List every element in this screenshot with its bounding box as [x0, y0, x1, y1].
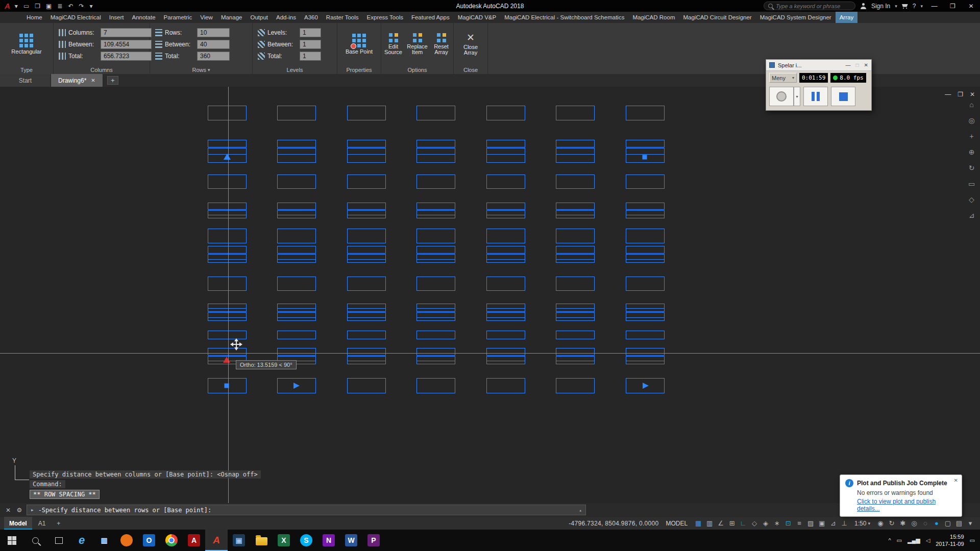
array-cell-r10c1[interactable] — [208, 277, 247, 291]
array-cell-r7c1[interactable] — [208, 229, 247, 243]
viewport-close-icon[interactable]: ✕ — [970, 91, 975, 98]
array-cell-r5c3[interactable] — [347, 203, 386, 210]
polar-tracking-icon[interactable]: ◇ — [749, 518, 760, 529]
array-cell-r15c7[interactable] — [626, 356, 665, 364]
array-cell-r8c3[interactable] — [347, 246, 386, 254]
base-point-button[interactable]: Base Point — [343, 32, 375, 56]
start-button[interactable] — [0, 530, 23, 551]
rows-total-input[interactable]: 360 — [197, 52, 230, 61]
array-cell-r4c5[interactable] — [486, 174, 525, 189]
command-prompt-icon[interactable]: ▸ — [31, 507, 34, 513]
ribbon-tab-annotate[interactable]: Annotate — [128, 12, 160, 23]
dynamic-ucs-icon[interactable]: ⊥ — [839, 518, 850, 529]
array-cell-r14c3[interactable] — [347, 348, 386, 356]
columns-total-input[interactable]: 656.7323 — [101, 52, 152, 61]
action-center-icon[interactable]: ▭ — [970, 537, 975, 544]
array-cell-r6c3[interactable] — [347, 210, 386, 218]
viewport-minimize-icon[interactable]: — — [945, 91, 951, 98]
array-cell-r8c1[interactable] — [208, 246, 247, 254]
array-cell-r2c2[interactable] — [277, 140, 316, 147]
taskbar-chrome-button[interactable] — [160, 530, 183, 551]
autotrack-icon[interactable]: ∗ — [771, 518, 782, 529]
array-cell-r4c7[interactable] — [626, 174, 665, 189]
array-cell-r12c1[interactable] — [208, 312, 247, 321]
model-tab[interactable]: Model — [4, 517, 32, 530]
recorder-maximize-icon[interactable]: □ — [856, 62, 859, 68]
taskbar-unknown-dark-app-button[interactable]: ▣ — [228, 530, 250, 551]
ribbon-tab-home[interactable]: Home — [22, 12, 46, 23]
array-cell-r1c6[interactable] — [556, 106, 595, 120]
layout-icon[interactable]: ▭ — [968, 180, 975, 187]
snap-icon[interactable]: ▥ — [704, 518, 715, 529]
array-cell-r8c2[interactable] — [277, 246, 316, 254]
viewport-restore-icon[interactable]: ❐ — [958, 91, 963, 98]
array-cell-r1c3[interactable] — [347, 106, 386, 120]
autocad-logo-icon[interactable]: A — [0, 2, 13, 10]
edit-source-button[interactable]: Edit Source — [382, 32, 405, 57]
array-cell-r8c4[interactable] — [416, 246, 455, 254]
recorder-window[interactable]: Spelar i... — □ ✕ Meny ▾ 0:01:59 8.0 fps… — [766, 59, 872, 111]
columns-columns-input[interactable]: 7 — [101, 28, 152, 37]
array-cell-r10c7[interactable] — [626, 277, 665, 291]
selection-cycling-icon[interactable]: ▣ — [816, 518, 827, 529]
orbit-icon[interactable]: ↻ — [969, 164, 975, 171]
array-cell-r6c1[interactable] — [208, 210, 247, 218]
annotation-monitor-icon[interactable]: ◎ — [909, 518, 920, 529]
taskbar-firefox-button[interactable] — [115, 530, 138, 551]
column-count-grip[interactable] — [643, 383, 649, 389]
command-customize-icon[interactable]: ⚙ — [15, 507, 23, 514]
array-cell-r9c2[interactable] — [277, 254, 316, 263]
array-cell-r3c5[interactable] — [486, 148, 525, 163]
array-cell-r9c1[interactable] — [208, 254, 247, 263]
array-cell-r6c5[interactable] — [486, 210, 525, 218]
plot-icon[interactable]: ≣ — [57, 3, 62, 9]
command-close-icon[interactable]: ✕ — [4, 507, 12, 514]
command-history-up-icon[interactable]: ▴ — [579, 508, 582, 513]
ribbon-tab-magicad-electrical[interactable]: MagiCAD Electrical — [46, 12, 105, 23]
viewcube-icon[interactable]: ⌂ — [969, 101, 973, 108]
ribbon-tab-magicad-electrical-switchboard-schematics[interactable]: MagiCAD Electrical - Switchboard Schemat… — [500, 12, 628, 23]
dynamic-input-icon[interactable]: ⊞ — [726, 518, 738, 529]
array-cell-r9c7[interactable] — [626, 254, 665, 263]
taskbar-skype-button[interactable]: S — [295, 530, 317, 551]
units-icon[interactable]: ◌ — [920, 518, 931, 529]
array-cell-r8c5[interactable] — [486, 246, 525, 254]
infer-constraints-icon[interactable]: ∠ — [715, 518, 726, 529]
array-cell-r13c5[interactable] — [486, 331, 525, 339]
pan-icon[interactable]: + — [969, 133, 973, 140]
array-cell-r11c7[interactable] — [626, 304, 665, 312]
array-cell-r11c3[interactable] — [347, 304, 386, 312]
column-spacing-grip[interactable] — [293, 383, 300, 389]
minimize-button[interactable]: — — [927, 3, 941, 10]
recorder-minimize-icon[interactable]: — — [846, 62, 851, 68]
ribbon-tab-array[interactable]: Array — [836, 12, 857, 23]
record-button[interactable] — [769, 87, 794, 106]
array-cell-r3c6[interactable] — [556, 148, 595, 163]
ribbon-tab-magicad-v-p[interactable]: MagiCAD V&P — [454, 12, 500, 23]
taskbar-excel-button[interactable]: X — [273, 530, 295, 551]
file-tab-close-icon[interactable]: ✕ — [91, 78, 95, 83]
ribbon-tab-insert[interactable]: Insert — [105, 12, 128, 23]
array-cell-r4c2[interactable] — [277, 174, 316, 189]
transparency-icon[interactable]: ▨ — [805, 518, 816, 529]
array-cell-r2c5[interactable] — [486, 140, 525, 147]
save-icon[interactable]: ▣ — [46, 3, 52, 9]
taskbar-onenote-button[interactable]: N — [317, 530, 340, 551]
array-cell-r1c7[interactable] — [626, 106, 665, 120]
array-cell-r13c3[interactable] — [347, 331, 386, 339]
display-tray-icon[interactable]: ▭ — [897, 537, 902, 544]
ribbon-tab-view[interactable]: View — [196, 12, 217, 23]
array-cell-r4c6[interactable] — [556, 174, 595, 189]
qat-customize-icon[interactable]: ▾ — [90, 3, 93, 9]
array-cell-r3c3[interactable] — [347, 148, 386, 163]
taskbar-acrobat-button[interactable]: A — [183, 530, 205, 551]
array-cell-r12c3[interactable] — [347, 312, 386, 321]
zoom-icon[interactable]: ⊕ — [969, 148, 975, 156]
array-cell-r2c3[interactable] — [347, 140, 386, 147]
levels-total-input[interactable]: 1 — [300, 52, 321, 61]
array-cell-r1c5[interactable] — [486, 106, 525, 120]
array-cell-r5c1[interactable] — [208, 203, 247, 210]
array-cell-r8c7[interactable] — [626, 246, 665, 254]
array-cell-r16c4[interactable] — [416, 378, 455, 393]
array-cell-r13c6[interactable] — [556, 331, 595, 339]
